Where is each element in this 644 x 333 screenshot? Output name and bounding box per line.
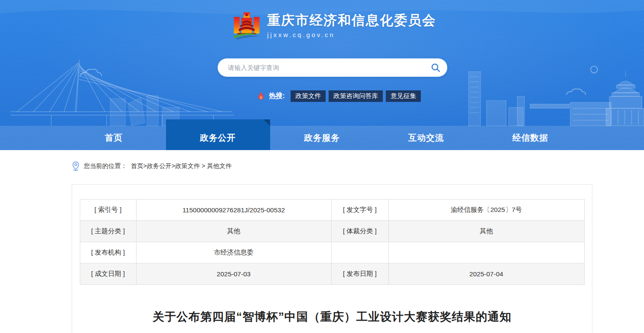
search-input[interactable] xyxy=(218,58,431,77)
site-logo-icon xyxy=(233,12,260,40)
meta-value-doc-number: 渝经信服务〔2025〕7号 xyxy=(388,200,584,221)
table-row-agency: [ 发布机构 ] 市经济信息委 xyxy=(80,242,584,264)
breadcrumb-path[interactable]: 首页>政务公开>政策文件 > 其他文件 xyxy=(131,162,232,170)
meta-value-index: 11500000009276281J/2025-00532 xyxy=(136,200,331,221)
hot-tag-policy-qa[interactable]: 政策咨询问答库 xyxy=(329,90,383,102)
hot-tag-opinion-collect[interactable]: 意见征集 xyxy=(386,90,421,102)
search-bar xyxy=(218,58,447,77)
nav-item-home[interactable]: 首页 xyxy=(62,126,166,150)
article-title: 关于公布第四届“智博杯”中国（重庆）工业设计大赛获奖结果的通知 xyxy=(85,309,579,324)
search-button[interactable] xyxy=(431,63,447,72)
meta-label-empty xyxy=(331,242,388,264)
meta-label-doc-number: [ 发文字号 ] xyxy=(331,200,388,221)
meta-label-topic-category: [ 主题分类 ] xyxy=(80,221,136,242)
site-title: 重庆市经济和信息化委员会 xyxy=(267,12,436,29)
breadcrumb: 您当前的位置： 首页>政务公开>政策文件 > 其他文件 xyxy=(72,161,232,171)
breadcrumb-prefix: 您当前的位置： xyxy=(84,162,127,170)
meta-value-genre-category: 其他 xyxy=(388,221,584,242)
meta-value-issuing-agency: 市经济信息委 xyxy=(136,242,331,264)
page: 重庆市经济和信息化委员会 jjxxw.cq.gov.cn 热搜: 政策文件 政策… xyxy=(0,0,644,333)
site-logo-text: 重庆市经济和信息化委员会 jjxxw.cq.gov.cn xyxy=(267,12,436,38)
nav-item-gov-service[interactable]: 政务服务 xyxy=(270,126,374,150)
nav-item-data[interactable]: 经信数据 xyxy=(478,126,583,150)
site-logo-block[interactable]: 重庆市经济和信息化委员会 jjxxw.cq.gov.cn xyxy=(233,12,436,40)
document-card: [ 索引号 ] 11500000009276281J/2025-00532 [ … xyxy=(72,184,592,333)
site-header: 重庆市经济和信息化委员会 jjxxw.cq.gov.cn 热搜: 政策文件 政策… xyxy=(0,0,644,150)
nav-item-gov-open[interactable]: 政务公开 xyxy=(166,126,270,150)
meta-label-issuing-agency: [ 发布机构 ] xyxy=(80,242,136,264)
table-row-category: [ 主题分类 ] 其他 [ 体裁分类 ] 其他 xyxy=(80,221,584,242)
meta-value-empty xyxy=(388,242,584,264)
table-row-index: [ 索引号 ] 11500000009276281J/2025-00532 [ … xyxy=(80,200,584,221)
meta-label-written-date: [ 成文日期 ] xyxy=(80,264,136,285)
meta-value-publish-date: 2025-07-04 xyxy=(388,264,584,285)
table-row-dates: [ 成文日期 ] 2025-07-03 [ 发布日期 ] 2025-07-04 xyxy=(80,264,584,285)
hot-search-label: 热搜: xyxy=(269,92,285,101)
meta-label-genre-category: [ 体裁分类 ] xyxy=(331,221,388,242)
flame-icon xyxy=(257,91,265,101)
search-icon xyxy=(431,63,440,72)
meta-value-topic-category: 其他 xyxy=(136,221,331,242)
nav-item-interaction[interactable]: 互动交流 xyxy=(374,126,478,150)
hot-search: 热搜: 政策文件 政策咨询问答库 意见征集 xyxy=(257,90,421,102)
meta-label-publish-date: [ 发布日期 ] xyxy=(331,264,388,285)
meta-label-index: [ 索引号 ] xyxy=(80,200,136,221)
site-domain: jjxxw.cq.gov.cn xyxy=(267,31,436,38)
hot-tag-policy-files[interactable]: 政策文件 xyxy=(291,90,326,102)
location-pin-icon xyxy=(72,161,80,171)
document-meta-table: [ 索引号 ] 11500000009276281J/2025-00532 [ … xyxy=(80,199,585,285)
main-nav: 首页 政务公开 政务服务 互动交流 经信数据 xyxy=(0,126,644,150)
meta-value-written-date: 2025-07-03 xyxy=(136,264,331,285)
main-nav-inner: 首页 政务公开 政务服务 互动交流 经信数据 xyxy=(62,126,583,150)
